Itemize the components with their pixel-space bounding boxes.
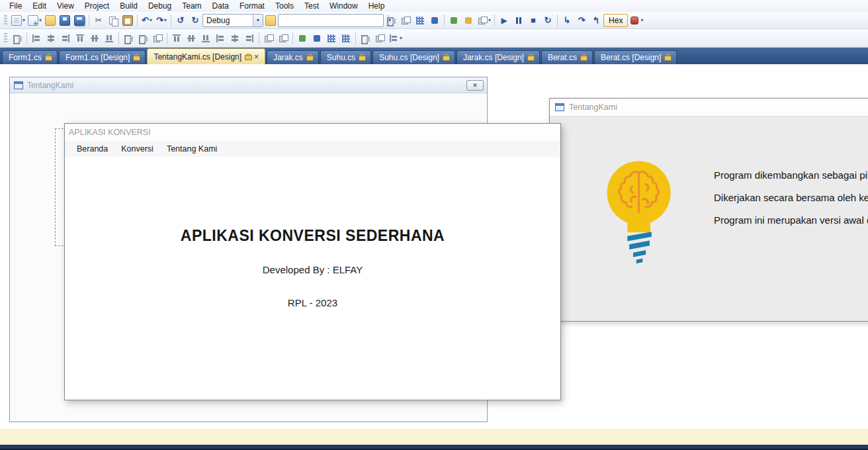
tentangkami-running-window: TentangKami Program dikembangkan sebagai…: [549, 98, 868, 322]
menu-edit[interactable]: Edit: [27, 1, 52, 11]
tab-close-icon[interactable]: ×: [254, 53, 259, 61]
cut-button[interactable]: ✂: [91, 13, 106, 28]
vertical-spacing-equal-button[interactable]: [228, 31, 242, 46]
misc-tool-button-4[interactable]: [447, 13, 461, 28]
menu-file[interactable]: File: [4, 1, 27, 11]
menu-build[interactable]: Build: [114, 1, 143, 11]
find-combo[interactable]: ▾: [278, 14, 384, 27]
pause-button[interactable]: [511, 13, 526, 28]
save-all-button[interactable]: [72, 13, 87, 28]
app-menu-tentang-kami[interactable]: Tentang Kami: [160, 142, 224, 156]
align-bottoms-button[interactable]: [102, 31, 116, 46]
make-same-size-icon: [152, 33, 163, 44]
menu-team[interactable]: Team: [177, 1, 206, 11]
align-centers-button[interactable]: [44, 31, 58, 46]
tab-tentangkami-cs-design[interactable]: TentangKami.cs [Design] ×: [147, 48, 265, 64]
lock-icon: [133, 54, 139, 61]
misc-tool-button-2[interactable]: [413, 13, 427, 28]
app-menu-beranda[interactable]: Beranda: [70, 142, 114, 156]
find-in-files-icon: [386, 15, 396, 26]
menu-view[interactable]: View: [52, 1, 79, 11]
misc-tool-button-5[interactable]: [461, 13, 476, 28]
new-project-button[interactable]: ▾: [10, 13, 26, 28]
aplikasi-konversi-title-bar[interactable]: APLIKASI KONVERSI: [65, 124, 560, 141]
misc-tool-button-1[interactable]: [398, 13, 413, 28]
tab-berat-cs-design[interactable]: Berat.cs [Design]: [594, 50, 677, 64]
save-button[interactable]: [58, 13, 72, 28]
document-outline-button[interactable]: ▾: [387, 31, 404, 46]
toolbar-separator: [118, 32, 119, 44]
toolbar-grip[interactable]: [4, 15, 7, 26]
step-over-button[interactable]: ↷: [574, 13, 589, 28]
tab-jarak-cs-design[interactable]: Jarak.cs [Design]: [456, 50, 540, 64]
solution-configurations-combo[interactable]: Debug ▾: [202, 14, 263, 27]
paste-button[interactable]: [120, 13, 135, 28]
show-snaplines-button[interactable]: [339, 31, 353, 46]
align-middles-button[interactable]: [87, 31, 102, 46]
increase-vertical-spacing-button[interactable]: [242, 31, 257, 46]
view-code-button[interactable]: [295, 31, 310, 46]
find-in-files-button[interactable]: [384, 13, 398, 28]
step-into-button[interactable]: ↳: [560, 13, 574, 28]
snap-to-grid-button[interactable]: [10, 31, 24, 46]
menu-help[interactable]: Help: [363, 1, 390, 11]
undo-button[interactable]: ↶▾: [140, 13, 154, 28]
tab-suhu-cs[interactable]: Suhu.cs: [320, 50, 371, 64]
menu-project[interactable]: Project: [79, 1, 114, 11]
tab-order-button[interactable]: [358, 31, 372, 46]
increase-horizontal-spacing-button[interactable]: [184, 31, 198, 46]
tab-suhu-cs-design[interactable]: Suhu.cs [Design]: [372, 50, 455, 64]
step-out-button[interactable]: ↰: [589, 13, 603, 28]
menu-format[interactable]: Format: [234, 1, 270, 11]
menu-data[interactable]: Data: [207, 1, 234, 11]
restart-icon: ↻: [544, 16, 552, 24]
decrease-horizontal-spacing-button[interactable]: [198, 31, 213, 46]
tab-jarak-cs[interactable]: Jarak.cs: [267, 50, 319, 64]
navigate-forward-button[interactable]: ↻: [188, 13, 202, 28]
tentangkami-title-bar[interactable]: TentangKami: [550, 99, 868, 116]
solution-platforms-button[interactable]: [263, 13, 278, 28]
open-file-button[interactable]: [43, 13, 58, 28]
start-debugging-button[interactable]: ▶: [497, 13, 511, 28]
send-to-back-button[interactable]: [276, 31, 290, 46]
property-pages-button[interactable]: [372, 31, 387, 46]
tab-berat-cs[interactable]: Berat.cs: [541, 50, 593, 64]
property-pages-icon: [374, 33, 385, 44]
align-lefts-button[interactable]: [29, 31, 44, 46]
breakpoints-button[interactable]: ▾: [628, 13, 644, 28]
remove-horizontal-spacing-button[interactable]: [213, 31, 228, 46]
copy-button[interactable]: [106, 13, 120, 28]
show-grid-button[interactable]: [324, 31, 339, 46]
stop-debugging-button[interactable]: ■: [526, 13, 541, 28]
find-input[interactable]: [279, 15, 388, 26]
designer-form-title-bar[interactable]: TentangKami ✕: [10, 77, 487, 93]
add-new-item-button[interactable]: ▾: [26, 13, 43, 28]
redo-button[interactable]: ↷▾: [154, 13, 169, 28]
menu-debug[interactable]: Debug: [143, 1, 177, 11]
misc-tool-button-6[interactable]: ▾: [476, 13, 492, 28]
tab-form1-cs-design[interactable]: Form1.cs [Design]: [59, 50, 146, 64]
align-tops-button[interactable]: [73, 31, 87, 46]
navigate-backward-button[interactable]: ↺: [173, 13, 188, 28]
horizontal-spacing-equal-button[interactable]: [169, 31, 184, 46]
designer-surface: TentangKami ✕ TentangKami: [0, 64, 868, 429]
align-rights-button[interactable]: [58, 31, 73, 46]
combo-arrow-icon[interactable]: ▾: [253, 15, 263, 26]
hex-toggle-button[interactable]: Hex: [603, 14, 628, 27]
bring-to-front-button[interactable]: [261, 31, 276, 46]
app-menu-konversi[interactable]: Konversi: [114, 142, 160, 156]
restart-button[interactable]: ↻: [541, 13, 555, 28]
make-same-height-button[interactable]: [136, 31, 150, 46]
menu-window[interactable]: Window: [324, 1, 363, 11]
tab-form1-cs[interactable]: Form1.cs: [2, 50, 58, 64]
toolbar-grip[interactable]: [4, 33, 7, 44]
menu-bar: File Edit View Project Build Debug Team …: [0, 0, 868, 12]
make-same-width-button[interactable]: [121, 31, 136, 46]
close-icon[interactable]: ✕: [466, 80, 484, 91]
view-designer-button[interactable]: [310, 31, 324, 46]
make-same-size-button[interactable]: [150, 31, 165, 46]
bottom-panel-band: [0, 429, 868, 445]
misc-tool-button-3[interactable]: [427, 13, 442, 28]
menu-test[interactable]: Test: [299, 1, 324, 11]
menu-tools[interactable]: Tools: [270, 1, 299, 11]
